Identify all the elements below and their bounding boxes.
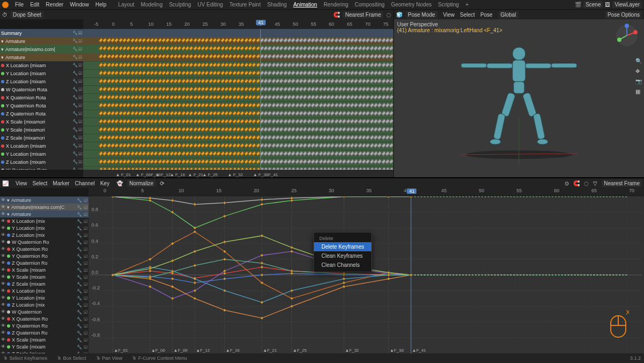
wrench-icon[interactable]: 🔧 [72,159,78,164]
timeline-marker[interactable]: ▲ F_16 [170,172,185,177]
checkbox-icon[interactable]: ☑ [84,268,87,273]
visibility-icon[interactable]: 👁 [1,337,5,342]
graph-playhead[interactable]: 41 [407,188,416,194]
menu-file[interactable]: File [12,1,27,9]
dope-channel[interactable]: Y Scale (mixamori🔧☑ [0,126,83,134]
checkbox-icon[interactable]: ☑ [84,233,87,238]
graph-channel[interactable]: 👁W Quaternion Ro🔧 ☑ [0,238,89,245]
context-menu-item[interactable]: Delete Keyframes [314,242,371,251]
dope-channel[interactable]: Z Location (mixam🔧☑ [0,158,83,166]
checkbox-icon[interactable]: ☑ [78,159,82,164]
visibility-icon[interactable]: 👁 [1,260,5,265]
refresh-icon[interactable]: ⟳ [160,180,164,186]
visibility-icon[interactable]: 👁 [1,274,5,279]
graph-menu[interactable]: Select [30,179,50,187]
graph-channel[interactable]: 👁Z Quaternion Ro🔧 ☑ [0,329,89,336]
checkbox-icon[interactable]: ☑ [84,282,87,287]
editor-type-icon[interactable]: 🧊 [396,12,402,18]
checkbox-icon[interactable]: ☑ [78,151,82,156]
wrench-icon[interactable]: 🔧 [72,47,78,52]
wrench-icon[interactable]: 🔧 [72,87,78,92]
graph-canvas[interactable]: 1.00.80.60.40.20.0-0.2-0.4-0.6-0.8▲F_01▲… [89,197,644,353]
dope-snap-dropdown[interactable]: Nearest Frame [343,11,383,18]
wrench-icon[interactable]: 🔧 [77,198,82,203]
3d-viewport[interactable]: 🧊 Pose Mode ViewSelectPose Global Pose O… [394,10,644,177]
wrench-icon[interactable]: 🔧 [72,119,78,124]
workspace-tab[interactable]: UV Editing [194,1,226,9]
dope-channel[interactable]: Y Location (mixam🔧☑ [0,150,83,158]
visibility-icon[interactable]: 👁 [1,198,5,202]
graph-ruler[interactable]: 051015202530354045505560657041 [89,188,644,197]
menu-window[interactable]: Window [67,1,92,9]
checkbox-icon[interactable]: ☑ [78,119,82,124]
wrench-icon[interactable]: 🔧 [72,151,78,156]
timeline-marker[interactable]: ▲ F_38F_41 [253,172,278,177]
checkbox-icon[interactable]: ☑ [78,87,82,92]
dope-channel[interactable]: Y Quaternion Rota🔧☑ [0,101,83,110]
graph-menu[interactable]: View [13,179,30,187]
checkbox-icon[interactable]: ☑ [84,240,87,245]
graph-channel[interactable]: 👁Z Location (mix🔧 ☑ [0,231,89,238]
graph-channel[interactable]: 👁Y Location (mix🔧 ☑ [0,224,89,231]
workspace-tab[interactable]: Shading [264,1,290,9]
graph-channel[interactable]: 👁Y Quaternion Ro🔧 ☑ [0,252,89,259]
graph-menu[interactable]: Channel [72,179,97,187]
camera-icon[interactable]: 📷 [635,78,642,84]
visibility-icon[interactable]: 👁 [1,226,5,230]
viewport-menu[interactable]: View [441,11,458,19]
checkbox-icon[interactable]: ☑ [84,317,87,322]
visibility-icon[interactable]: 👁 [1,330,5,335]
scene-field[interactable]: Scene [583,1,603,8]
wrench-icon[interactable]: 🔧 [77,275,82,280]
checkbox-icon[interactable]: ☑ [84,338,87,343]
wrench-icon[interactable]: 🔧 [77,345,82,350]
checkbox-icon[interactable]: ☑ [84,219,87,224]
pivot-icon[interactable]: ⊙ [565,180,569,186]
workspace-tab[interactable]: Modeling [137,1,166,9]
workspace-tab[interactable]: + [462,1,472,9]
wrench-icon[interactable]: 🔧 [77,310,82,315]
workspace-tab[interactable]: Layout [115,1,137,9]
menu-render[interactable]: Render [42,1,67,9]
checkbox-icon[interactable]: ☑ [84,198,87,203]
wrench-icon[interactable]: 🔧 [77,226,82,231]
dope-channel[interactable]: X Scale (mixamori🔧☑ [0,118,83,126]
graph-channel[interactable]: 👁X Location (mix🔧 ☑ [0,217,89,224]
graph-channel[interactable]: 👁X Location (mix🔧 ☑ [0,287,89,294]
timeline-marker[interactable]: ▲ F_32 [228,172,243,177]
dope-channel[interactable]: X Quaternion Rota🔧☑ [0,93,83,101]
wrench-icon[interactable]: 🔧 [72,127,78,132]
viewport-menu[interactable]: Select [457,11,478,19]
graph-snap-dropdown[interactable]: Nearest Frame [602,180,642,187]
dope-channel[interactable]: X Location (mixam🔧☑ [0,61,83,69]
zoom-icon[interactable]: 🔍 [635,58,642,64]
checkbox-icon[interactable]: ☑ [78,71,82,76]
checkbox-icon[interactable]: ☑ [84,303,87,308]
filter-icon[interactable]: ▽ [593,180,597,186]
checkbox-icon[interactable]: ☑ [84,254,87,259]
workspace-tab[interactable]: Animation [290,1,320,9]
menu-help[interactable]: Help [92,1,110,9]
graph-channel[interactable]: 👁Z Location (mix🔧 ☑ [0,301,89,308]
visibility-icon[interactable]: 👁 [1,219,5,223]
checkbox-icon[interactable]: ☑ [84,345,87,350]
visibility-icon[interactable]: 👁 [1,281,5,286]
checkbox-icon[interactable]: ☑ [84,212,87,217]
graph-channel-list[interactable]: 👁▾Armature🔧 ☑👁▾Armature|mixamo.com|C🔧 ☑👁… [0,197,89,353]
editor-type-icon[interactable]: ⏱ [2,12,8,18]
graph-menu[interactable]: Marker [50,179,72,187]
wrench-icon[interactable]: 🔧 [72,103,78,108]
dope-channel[interactable]: W Quaternion Rota🔧☑ [0,85,83,93]
visibility-icon[interactable]: 👁 [1,316,5,321]
checkbox-icon[interactable]: ☑ [84,275,87,280]
checkbox-icon[interactable]: ☑ [84,331,87,336]
context-menu-item[interactable]: Clean Keyframes [314,251,371,260]
visibility-icon[interactable]: 👁 [1,253,5,258]
persp-ortho-icon[interactable]: ▦ [635,89,642,95]
workspace-tab[interactable]: Compositing [352,1,388,9]
graph-channel[interactable]: 👁Y Quaternion Ro🔧 ☑ [0,322,89,329]
checkbox-icon[interactable]: ☑ [84,289,87,294]
checkbox-icon[interactable]: ☑ [84,324,87,329]
wrench-icon[interactable]: 🔧 [77,338,82,343]
wrench-icon[interactable]: 🔧 [77,261,82,266]
